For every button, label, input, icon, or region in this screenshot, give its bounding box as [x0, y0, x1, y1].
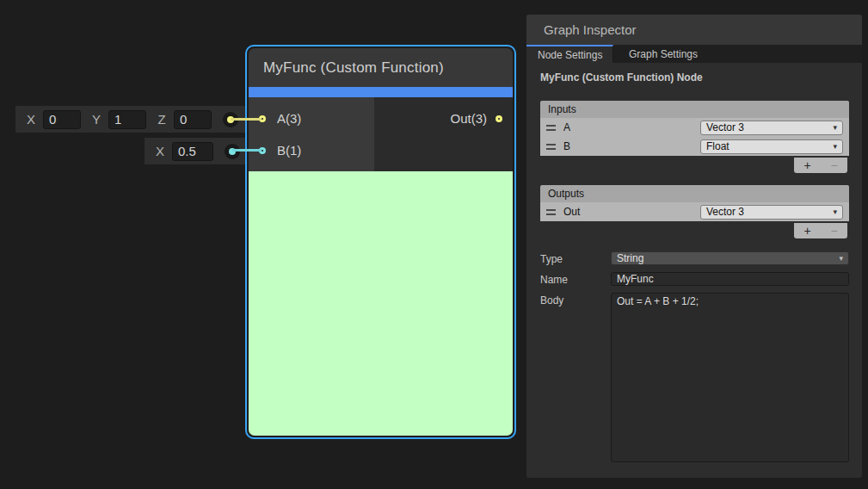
float-x-label: X — [156, 144, 164, 158]
inspector-tabs: Node Settings Graph Settings — [526, 45, 862, 63]
output-out-type-dropdown[interactable]: Vector 3 ▾ — [700, 205, 843, 220]
float-input-widget: X — [145, 138, 245, 164]
x-value-field[interactable] — [43, 110, 81, 129]
z-value-field[interactable] — [174, 110, 212, 129]
body-label: Body — [540, 293, 611, 306]
outputs-add-remove-bar: + − — [794, 223, 847, 238]
input-b-type-value: Float — [706, 140, 729, 152]
remove-input-button[interactable]: − — [830, 159, 837, 171]
dropdown-arrow-icon: ▾ — [833, 142, 837, 151]
node-output-ports: Out(3) — [374, 97, 513, 171]
add-input-button[interactable]: + — [803, 159, 810, 171]
outputs-rows: Out Vector 3 ▾ — [540, 202, 849, 221]
type-label: Type — [540, 251, 611, 265]
graph-inspector-panel: Graph Inspector Node Settings Graph Sett… — [526, 15, 862, 478]
add-output-button[interactable]: + — [803, 225, 810, 237]
y-axis-label: Y — [92, 112, 101, 127]
shader-graph-canvas: X Y Z X MyFunc (Custom Function) A(3) — [0, 0, 868, 489]
port-row-out: Out(3) — [374, 102, 513, 134]
type-field-row: Type String ▾ — [540, 251, 849, 265]
inputs-section-title: Inputs — [548, 103, 576, 115]
x-axis-label: X — [27, 112, 35, 127]
type-dropdown[interactable]: String ▾ — [611, 251, 849, 265]
port-out-label: Out(3) — [450, 111, 487, 126]
inspected-node-title: MyFunc (Custom Function) Node — [540, 71, 849, 84]
input-b-name: B — [563, 140, 570, 152]
graph-inspector-header[interactable]: Graph Inspector — [526, 15, 862, 45]
vector3-to-a-edge[interactable] — [231, 118, 262, 121]
y-value-field[interactable] — [108, 110, 146, 129]
output-out-type-value: Vector 3 — [706, 206, 744, 218]
node-title-bar[interactable]: MyFunc (Custom Function) — [249, 48, 513, 87]
tab-graph-settings-label: Graph Settings — [629, 48, 698, 60]
tab-node-settings[interactable]: Node Settings — [526, 45, 613, 63]
type-value: String — [617, 252, 643, 264]
input-a-type-value: Vector 3 — [706, 121, 744, 133]
port-a-label: A(3) — [277, 111, 301, 126]
float-to-b-edge[interactable] — [232, 149, 262, 152]
graph-inspector-title: Graph Inspector — [544, 22, 637, 37]
node-title: MyFunc (Custom Function) — [263, 59, 444, 77]
input-a-name: A — [563, 121, 570, 133]
drag-handle-icon[interactable] — [546, 125, 556, 131]
input-row-a: A Vector 3 ▾ — [540, 118, 849, 137]
port-out-connector-icon[interactable] — [496, 115, 502, 122]
name-field-row: Name — [540, 272, 849, 286]
dropdown-arrow-icon: ▾ — [833, 123, 837, 132]
float-value-field[interactable] — [172, 142, 213, 161]
node-accent-bar — [249, 87, 513, 97]
inputs-section: Inputs A Vector 3 ▾ B — [540, 101, 849, 173]
output-out-name: Out — [563, 206, 580, 218]
input-row-b: B Float ▾ — [540, 137, 849, 156]
dropdown-arrow-icon: ▾ — [833, 207, 837, 216]
remove-output-button[interactable]: − — [830, 225, 837, 237]
input-b-type-dropdown[interactable]: Float ▾ — [700, 139, 843, 154]
node-input-ports: A(3) B(1) — [249, 97, 374, 171]
myfunc-node-body: MyFunc (Custom Function) A(3) B(1) — [249, 48, 513, 436]
body-textarea[interactable]: Out = A + B + 1/2; — [611, 293, 849, 462]
port-b-label: B(1) — [277, 143, 301, 158]
inputs-rows: A Vector 3 ▾ B Float ▾ — [540, 118, 849, 156]
inputs-add-remove-bar: + − — [794, 158, 847, 173]
drag-handle-icon[interactable] — [546, 144, 556, 150]
vector3-input-widget: X Y Z — [15, 106, 245, 133]
myfunc-node[interactable]: MyFunc (Custom Function) A(3) B(1) — [245, 45, 516, 439]
z-axis-label: Z — [157, 112, 166, 127]
tab-node-settings-label: Node Settings — [538, 49, 602, 61]
outputs-section: Outputs Out Vector 3 ▾ + − — [540, 185, 849, 238]
node-port-area: A(3) B(1) Out(3) — [249, 97, 513, 171]
output-row-out: Out Vector 3 ▾ — [540, 202, 849, 221]
tab-graph-settings[interactable]: Graph Settings — [613, 45, 713, 63]
port-row-a: A(3) — [249, 102, 374, 134]
outputs-section-header: Outputs — [540, 185, 849, 202]
name-label: Name — [540, 272, 611, 286]
drag-handle-icon[interactable] — [546, 209, 556, 215]
name-input[interactable] — [611, 272, 849, 286]
dropdown-arrow-icon: ▾ — [839, 254, 843, 263]
inputs-section-header: Inputs — [540, 101, 849, 118]
inspector-content: MyFunc (Custom Function) Node Inputs A V… — [526, 71, 862, 462]
port-row-b: B(1) — [249, 134, 374, 166]
body-field-row: Body Out = A + B + 1/2; — [540, 293, 849, 462]
node-preview — [249, 171, 513, 436]
outputs-section-title: Outputs — [548, 188, 584, 200]
input-a-type-dropdown[interactable]: Vector 3 ▾ — [700, 121, 843, 135]
